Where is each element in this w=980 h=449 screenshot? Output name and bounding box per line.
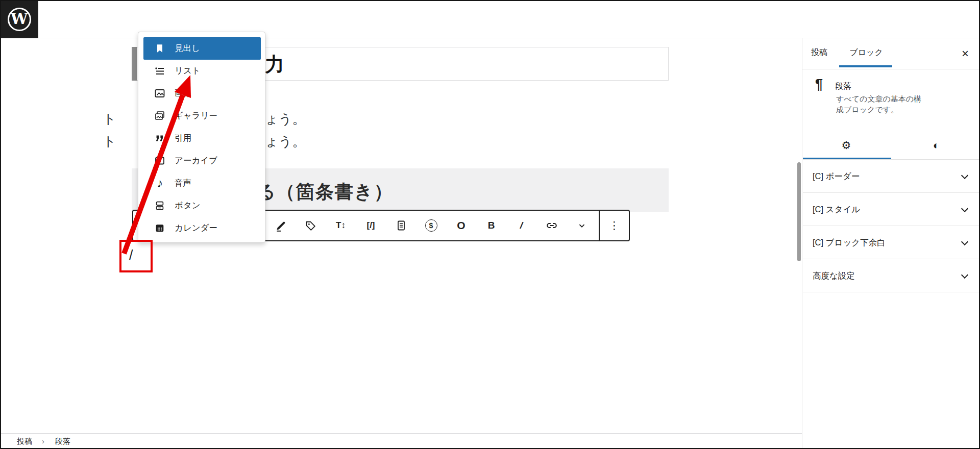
- chevron-down-icon: [961, 205, 968, 212]
- link-button[interactable]: [536, 211, 567, 240]
- audio-icon: ♪: [153, 177, 166, 190]
- panel-style[interactable]: [C] スタイル: [803, 193, 979, 226]
- menu-item-quote[interactable]: 引用: [143, 127, 261, 149]
- settings-sidebar: 投稿 ブロック × ¶ 段落 すべての文章の基本の構成ブロックです。 ⚙ ◐ […: [802, 38, 979, 449]
- calendar-icon: [153, 221, 166, 235]
- block-options-button[interactable]: ⋮: [600, 211, 629, 240]
- editor-canvas[interactable]: 力 ト ょう。 ト ょう。 る（箇条書き） T↕ [/] $ O B /: [0, 38, 802, 433]
- paragraph-fragment: ト: [103, 110, 116, 128]
- block-inserter-dropdown: 見出し リスト 画像 ギャラリー 引用 アーカイブ ♪ 音声: [138, 32, 265, 243]
- wordpress-w-icon: W: [8, 8, 31, 31]
- menu-item-image[interactable]: 画像: [143, 82, 261, 105]
- wordpress-logo[interactable]: W: [0, 0, 38, 38]
- panel-block-bottom-margin[interactable]: [C] ブロック下余白: [803, 226, 979, 259]
- menu-item-gallery[interactable]: ギャラリー: [143, 105, 261, 127]
- menu-item-list[interactable]: リスト: [143, 60, 261, 82]
- button-icon: [153, 199, 166, 212]
- dollar-circle-button[interactable]: $: [416, 211, 446, 240]
- sidebar-tabs: 投稿 ブロック ×: [802, 38, 979, 69]
- bookmark-icon: [153, 42, 166, 55]
- list-icon: [153, 64, 166, 78]
- menu-item-archive[interactable]: アーカイブ: [143, 149, 261, 172]
- title-visible-text: 力: [265, 52, 285, 78]
- italic-button[interactable]: /: [506, 211, 536, 240]
- chevron-down-icon: [961, 271, 968, 279]
- menu-item-audio[interactable]: ♪ 音声: [143, 172, 261, 194]
- circle-outline-button[interactable]: O: [446, 211, 476, 240]
- font-size-button[interactable]: T↕: [326, 211, 356, 240]
- archive-icon: [153, 154, 166, 167]
- breadcrumb-separator-icon: ›: [42, 437, 44, 445]
- block-styles-tab[interactable]: ◐: [926, 135, 946, 156]
- block-settings-tab[interactable]: ⚙: [836, 135, 856, 156]
- bold-button[interactable]: B: [476, 211, 506, 240]
- tag-button[interactable]: [296, 211, 326, 240]
- quote-icon: [153, 132, 166, 145]
- dollar-icon: $: [425, 219, 437, 232]
- chevron-down-icon: [961, 238, 968, 245]
- gallery-icon: [153, 109, 166, 122]
- block-name: 段落: [835, 81, 851, 92]
- gear-icon: ⚙: [842, 139, 851, 152]
- tab-block[interactable]: ブロック: [840, 47, 892, 58]
- menu-item-calendar[interactable]: カレンダー: [143, 217, 261, 239]
- toolbar-chevron-down-button[interactable]: [567, 211, 597, 240]
- menu-item-heading[interactable]: 見出し: [143, 37, 261, 60]
- canvas-scrollbar-thumb[interactable]: [797, 162, 801, 261]
- breadcrumb-paragraph[interactable]: 段落: [55, 437, 70, 446]
- image-icon: [153, 87, 166, 100]
- paragraph-block-icon: ¶: [815, 77, 823, 92]
- template-button[interactable]: [386, 211, 416, 240]
- paragraph-fragment: ょう。: [265, 133, 305, 151]
- contrast-icon: ◐: [933, 139, 940, 152]
- active-tab-underline: [839, 65, 892, 67]
- title-accent-bar: [132, 47, 137, 81]
- chevron-down-icon: [961, 172, 968, 179]
- paragraph-fragment: ト: [103, 133, 116, 151]
- breadcrumb-post[interactable]: 投稿: [17, 437, 32, 446]
- panel-border[interactable]: [C] ボーダー: [803, 160, 979, 193]
- menu-item-button[interactable]: ボタン: [143, 194, 261, 217]
- annotation-red-rectangle: [119, 240, 153, 272]
- panel-advanced-settings[interactable]: 高度な設定: [803, 259, 979, 292]
- paragraph-fragment: ょう。: [265, 110, 305, 128]
- close-sidebar-button[interactable]: ×: [958, 46, 972, 61]
- block-breadcrumb-bar: 投稿 › 段落: [0, 433, 802, 448]
- block-description: すべての文章の基本の構成ブロックです。: [836, 93, 928, 115]
- tab-post[interactable]: 投稿: [811, 47, 827, 58]
- section-heading-visible-text: る（箇条書き）: [257, 180, 394, 205]
- marker-pencil-button[interactable]: [265, 211, 296, 240]
- shortcode-button[interactable]: [/]: [356, 211, 386, 240]
